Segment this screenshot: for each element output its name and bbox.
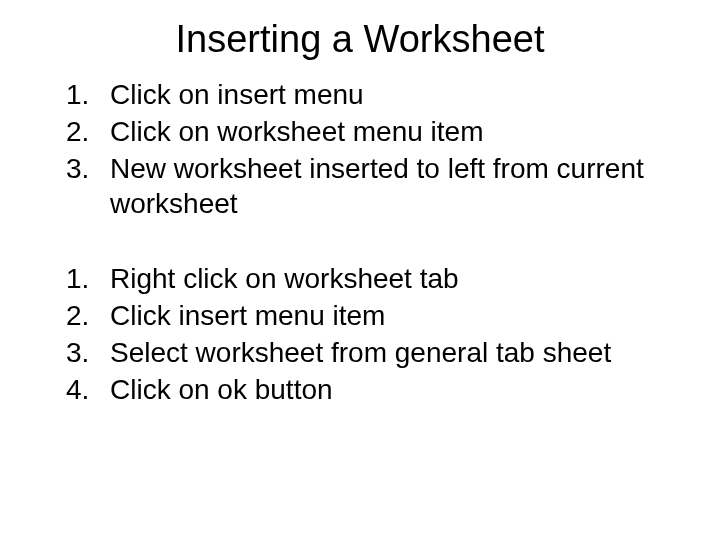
list-item: Select worksheet from general tab sheet (30, 335, 690, 370)
list-item: Click on ok button (30, 372, 690, 407)
steps-list-1: Click on insert menu Click on worksheet … (30, 77, 690, 221)
list-item: Right click on worksheet tab (30, 261, 690, 296)
page-title: Inserting a Worksheet (30, 18, 690, 61)
list-item: Click on insert menu (30, 77, 690, 112)
list-item: Click insert menu item (30, 298, 690, 333)
list-item: New worksheet inserted to left from curr… (30, 151, 690, 221)
steps-list-2: Right click on worksheet tab Click inser… (30, 261, 690, 407)
list-item: Click on worksheet menu item (30, 114, 690, 149)
